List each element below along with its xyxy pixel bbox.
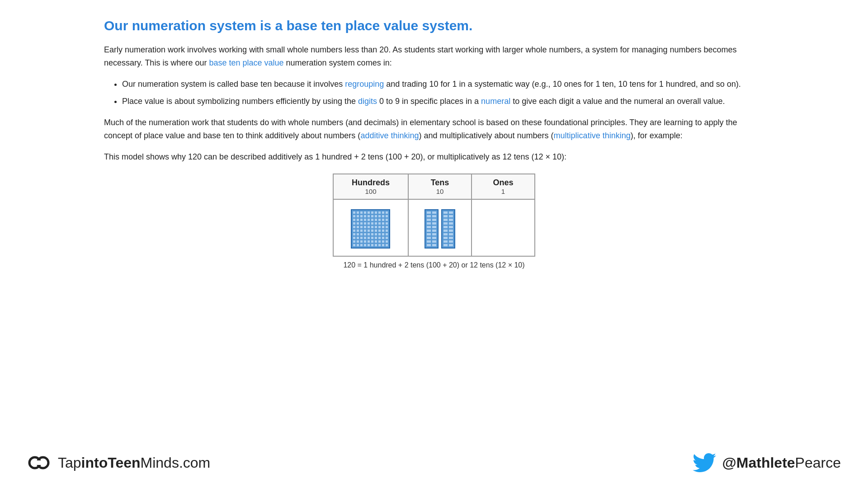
bullet-item-2: Place value is about symbolizing numbers…: [122, 95, 764, 108]
footer-handle: @MathletePearce: [693, 453, 841, 472]
middle-paragraph: Much of the numeration work that student…: [104, 116, 764, 142]
tens-block-1: [425, 209, 439, 249]
hundreds-block: [351, 209, 390, 249]
into-text: into: [81, 455, 108, 471]
intro-text-before: Early numeration work involves working w…: [104, 45, 737, 67]
tens-header: Tens10: [408, 174, 472, 199]
place-value-table: Hundreds100 Tens10 Ones1: [333, 174, 535, 257]
page-title: Our numeration system is a base ten plac…: [104, 18, 764, 33]
bullet2-text-middle: 0 to 9 in specific places in a: [377, 97, 481, 106]
main-content: Our numeration system is a base ten plac…: [0, 0, 868, 269]
hundreds-cell: [333, 199, 408, 256]
tapintoteenminds-logo-icon: [27, 451, 51, 474]
multiplicative-thinking-link[interactable]: multiplicative thinking: [554, 131, 631, 140]
regrouping-link[interactable]: regrouping: [345, 80, 384, 89]
hundreds-header: Hundreds100: [333, 174, 408, 199]
bullet-list: Our numeration system is called base ten…: [122, 78, 764, 108]
ones-cell: [472, 199, 535, 256]
pearce-text: Pearce: [795, 455, 841, 471]
intro-paragraph: Early numeration work involves working w…: [104, 43, 764, 70]
bullet2-text-after: to give each digit a value and the numer…: [510, 97, 725, 106]
table-caption: 120 = 1 hundred + 2 tens (100 + 20) or 1…: [343, 261, 524, 269]
table-container: Hundreds100 Tens10 Ones1: [104, 174, 764, 269]
bullet-item-1: Our numeration system is called base ten…: [122, 78, 764, 91]
footer-handle-text: @MathletePearce: [722, 455, 841, 471]
tens-blocks: [425, 209, 455, 249]
model-paragraph: This model shows why 120 can be describe…: [104, 150, 764, 164]
middle-text-after: ), for example:: [631, 131, 683, 140]
minds-text: Minds.com: [141, 455, 211, 471]
footer-brand-text: TapintoTeenMinds.com: [58, 455, 210, 471]
svg-rect-2: [35, 460, 43, 465]
footer-brand: TapintoTeenMinds.com: [27, 451, 210, 474]
digits-link[interactable]: digits: [358, 97, 377, 106]
tens-cell: [408, 199, 472, 256]
bullet1-text-after: and trading 10 for 1 in a systematic way…: [384, 80, 741, 89]
tens-block-2: [441, 209, 455, 249]
footer: TapintoTeenMinds.com @MathletePearce: [0, 451, 868, 474]
ones-header: Ones1: [472, 174, 535, 199]
bullet1-text-before: Our numeration system is called base ten…: [122, 80, 345, 89]
numeral-link[interactable]: numeral: [481, 97, 510, 106]
base-ten-place-value-link[interactable]: base ten place value: [209, 58, 283, 67]
twitter-icon: [693, 453, 716, 472]
bullet2-text-before: Place value is about symbolizing numbers…: [122, 97, 358, 106]
additive-thinking-link[interactable]: additive thinking: [360, 131, 419, 140]
intro-text-after: numeration system comes in:: [284, 58, 392, 67]
middle-text-between: ) and multiplicatively about numbers (: [419, 131, 553, 140]
at-mathlete-text: @Mathlete: [722, 455, 795, 471]
teen-text: Teen: [108, 455, 140, 471]
tap-text: Tap: [58, 455, 81, 471]
